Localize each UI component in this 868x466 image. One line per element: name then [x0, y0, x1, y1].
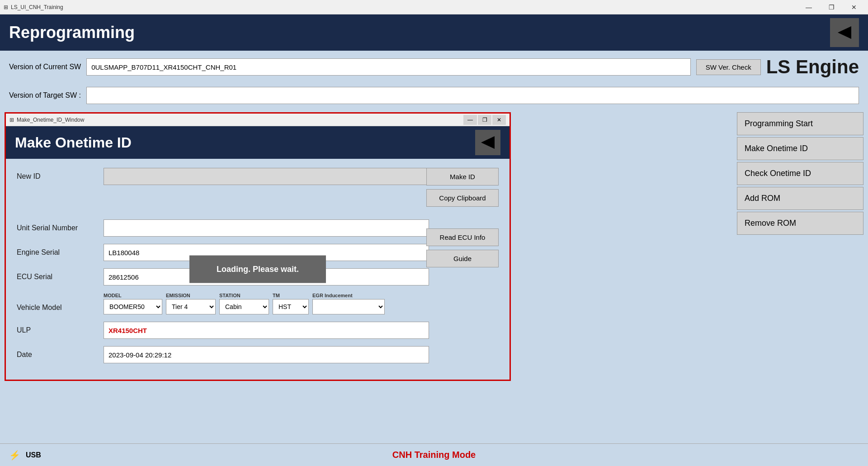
emission-dropdown-group: EMISSION Tier 4 [166, 293, 216, 314]
new-id-input[interactable] [104, 168, 429, 185]
usb-icon: ⚡ [9, 450, 20, 461]
modal-body: Make ID Copy Clipboard Read ECU Info Gui… [6, 159, 509, 380]
minimize-button[interactable]: — [798, 0, 819, 14]
loading-overlay: Loading. Please wait. [189, 256, 326, 283]
egr-dropdown-group: EGR Inducement [312, 293, 385, 314]
tm-sub-label: TM [273, 293, 309, 298]
modal-title-bar: ⊞ Make_Onetime_ID_Window — ❐ ✕ [6, 114, 509, 126]
modal-restore-button[interactable]: ❐ [478, 115, 491, 125]
loading-text: Loading. Please wait. [217, 265, 299, 274]
copy-clipboard-button[interactable]: Copy Clipboard [426, 189, 499, 207]
modal-window-title: Make_Onetime_ID_Window [17, 117, 84, 123]
page-title: Reprogramming [9, 23, 135, 42]
tm-dropdown-group: TM HST [273, 293, 309, 314]
unit-serial-label: Unit Serial Number [17, 224, 98, 232]
back-arrow-icon [835, 24, 854, 42]
station-dropdown[interactable]: Cabin [219, 299, 269, 314]
ls-engine-label: LS Engine [766, 56, 859, 78]
title-bar-left: ⊞ LS_UI_CNH_Training [4, 4, 63, 10]
engine-serial-label: Engine Serial [17, 248, 98, 257]
ulp-label: ULP [17, 326, 98, 334]
app-icon: ⊞ [4, 4, 8, 10]
emission-sub-label: EMISSION [166, 293, 216, 298]
modal-close-button[interactable]: ✕ [492, 115, 506, 125]
unit-serial-input[interactable] [104, 219, 429, 237]
make-id-button[interactable]: Make ID [426, 168, 499, 185]
modal-app-icon: ⊞ [9, 117, 14, 123]
egr-dropdown[interactable] [312, 299, 385, 314]
sw-version-row: Version of Current SW SW Ver. Check LS E… [0, 51, 868, 83]
header-back-button[interactable] [830, 18, 859, 47]
model-dropdown[interactable]: BOOMER50 [104, 299, 162, 314]
modal-title: Make Onetime ID [15, 134, 132, 151]
vehicle-model-row: Vehicle Model MODEL BOOMER50 EMISSION Ti… [17, 293, 499, 314]
restore-button[interactable]: ❐ [821, 0, 842, 14]
main-content: Programming Start Make Onetime ID Check … [0, 108, 868, 458]
footer: ⚡ USB CNH Training Mode [0, 443, 868, 466]
main-header: Reprogramming [0, 14, 868, 51]
close-button[interactable]: ✕ [844, 0, 864, 14]
current-sw-label: Version of Current SW [9, 63, 81, 71]
app-title: LS_UI_CNH_Training [11, 4, 63, 10]
svg-marker-0 [838, 26, 851, 39]
modal-back-arrow-icon [479, 133, 497, 152]
ecu-serial-label: ECU Serial [17, 273, 98, 281]
target-sw-input[interactable] [86, 87, 859, 104]
current-sw-input[interactable] [86, 58, 691, 76]
target-sw-label: Version of Target SW : [9, 91, 81, 100]
mode-label: CNH Training Mode [392, 450, 476, 460]
station-sub-label: STATION [219, 293, 269, 298]
make-onetime-id-modal: ⊞ Make_Onetime_ID_Window — ❐ ✕ Make Onet… [5, 112, 511, 381]
tm-dropdown[interactable]: HST [273, 299, 309, 314]
title-bar-controls: — ❐ ✕ [798, 0, 864, 14]
usb-label: USB [26, 451, 41, 459]
modal-header: Make Onetime ID [6, 126, 509, 159]
modal-title-bar-controls: — ❐ ✕ [463, 115, 506, 125]
ulp-row: ULP [17, 322, 499, 339]
vehicle-model-label: Vehicle Model [17, 293, 98, 312]
title-bar: ⊞ LS_UI_CNH_Training — ❐ ✕ [0, 0, 868, 14]
station-dropdown-group: STATION Cabin [219, 293, 269, 314]
model-dropdown-group: MODEL BOOMER50 [104, 293, 162, 314]
modal-back-button[interactable] [475, 130, 500, 155]
date-row: Date [17, 346, 499, 363]
guide-button[interactable]: Guide [426, 250, 499, 267]
date-input[interactable] [104, 346, 429, 363]
modal-right-buttons: Make ID Copy Clipboard Read ECU Info Gui… [426, 168, 499, 267]
ulp-input[interactable] [104, 322, 429, 339]
modal-minimize-button[interactable]: — [463, 115, 477, 125]
modal-title-bar-left: ⊞ Make_Onetime_ID_Window [9, 117, 84, 123]
new-id-label: New ID [17, 172, 98, 181]
model-sub-label: MODEL [104, 293, 162, 298]
emission-dropdown[interactable]: Tier 4 [166, 299, 216, 314]
date-label: Date [17, 351, 98, 359]
egr-sub-label: EGR Inducement [312, 293, 385, 298]
sw-ver-check-button[interactable]: SW Ver. Check [696, 59, 761, 75]
read-ecu-info-button[interactable]: Read ECU Info [426, 228, 499, 246]
vehicle-model-dropdowns: MODEL BOOMER50 EMISSION Tier 4 [104, 293, 385, 314]
modal-overlay: ⊞ Make_Onetime_ID_Window — ❐ ✕ Make Onet… [0, 108, 868, 458]
svg-marker-1 [481, 136, 495, 149]
target-sw-row: Version of Target SW : [0, 83, 868, 108]
